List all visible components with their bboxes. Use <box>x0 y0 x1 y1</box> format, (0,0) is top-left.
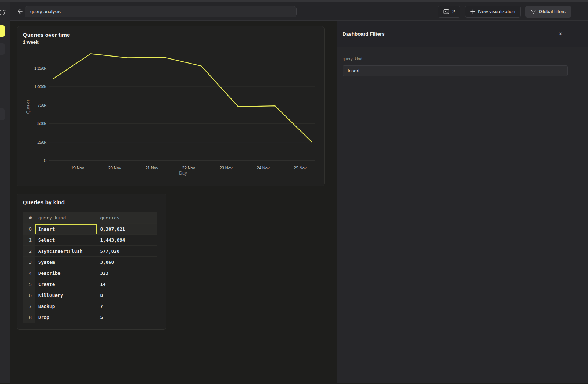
queries-series-line <box>54 54 312 142</box>
row-index-cell: 5 <box>23 279 35 290</box>
y-tick-label: 250k <box>37 140 46 144</box>
x-tick-label: 20 Nov <box>108 166 121 170</box>
query-kind-cell[interactable]: Backup <box>35 301 97 312</box>
queries-over-time-line-chart[interactable]: 1 250k1 000k750k500k250k019 Nov20 Nov21 … <box>17 26 324 186</box>
table-row: 8Drop5 <box>23 312 157 323</box>
row-index-cell: 0 <box>23 223 35 234</box>
sidebar-item-3[interactable] <box>0 108 5 120</box>
new-visualization-button[interactable]: New visualization <box>465 6 520 18</box>
dashboard-name-input[interactable] <box>25 6 297 17</box>
canvas-right-edge <box>331 21 331 383</box>
x-tick-label: 21 Nov <box>146 166 158 170</box>
queries-value-cell[interactable]: 7 <box>97 301 157 312</box>
arrow-left-icon <box>17 8 23 14</box>
row-index-cell: 7 <box>23 301 35 312</box>
queries-value-cell[interactable]: 1,443,894 <box>97 234 157 245</box>
y-tick-label: 1 250k <box>34 66 47 71</box>
queries-value-cell[interactable]: 323 <box>97 268 157 279</box>
x-tick-label: 19 Nov <box>71 166 84 170</box>
table-row: 5Create14 <box>23 279 157 290</box>
table-header-row: # query_kind queries <box>23 212 157 223</box>
queries-over-time-card: Queries over time 1 week 1 250k1 000k750… <box>17 26 325 186</box>
x-tick-label: 25 Nov <box>294 166 307 170</box>
queries-value-cell[interactable]: 3,060 <box>97 256 157 268</box>
query-kind-cell[interactable]: Drop <box>35 312 97 323</box>
global-filters-button[interactable]: Global filters <box>525 6 571 18</box>
queries-value-cell[interactable]: 8,307,021 <box>97 223 157 234</box>
console-count-button[interactable]: 2 <box>438 6 460 18</box>
queries-value-cell[interactable]: 8 <box>97 290 157 301</box>
row-index-cell: 6 <box>23 290 35 301</box>
funnel-icon <box>531 9 536 14</box>
y-tick-label: 500k <box>37 121 46 126</box>
filters-panel-header: Dashboard Filters ✕ <box>337 21 588 47</box>
table-row: 3System3,060 <box>23 256 157 268</box>
query-kind-cell[interactable]: Insert <box>35 223 97 234</box>
row-index-cell: 8 <box>23 312 35 323</box>
queries-value-cell[interactable]: 5 <box>97 312 157 323</box>
row-index-cell: 3 <box>23 256 35 268</box>
row-index-cell: 4 <box>23 268 35 279</box>
dashboard-filters-panel: Dashboard Filters ✕ query_kind <box>337 21 588 383</box>
filters-panel-body: query_kind <box>337 47 588 76</box>
query-kind-cell[interactable]: Describe <box>35 268 97 279</box>
table-title: Queries by kind <box>23 199 65 205</box>
left-sidebar <box>0 2 10 383</box>
y-tick-label: 750k <box>37 103 46 107</box>
sidebar-item-2[interactable] <box>0 43 5 55</box>
table-row: 4Describe323 <box>23 268 157 279</box>
horizontal-scrollbar[interactable] <box>0 383 588 383</box>
dashboard-canvas: Queries over time 1 week 1 250k1 000k750… <box>10 21 337 383</box>
global-filters-label: Global filters <box>539 9 566 14</box>
queries-by-kind-card: Queries by kind # query_kind queries 0In… <box>17 194 166 330</box>
table-row: 1Select1,443,894 <box>23 234 157 245</box>
query-kind-cell[interactable]: KillQuery <box>35 290 97 301</box>
topbar: 2 New visualization Global filters <box>10 2 588 21</box>
query-kind-cell[interactable]: Create <box>35 279 97 290</box>
queries-value-cell[interactable]: 577,820 <box>97 245 157 256</box>
close-icon[interactable]: ✕ <box>557 31 564 37</box>
query-kind-cell[interactable]: Select <box>35 234 97 245</box>
y-axis-title: Queries <box>26 99 30 114</box>
x-tick-label: 23 Nov <box>220 166 233 170</box>
y-tick-label: 1 000k <box>34 85 47 89</box>
filter-field-label: query_kind <box>343 57 568 61</box>
sidebar-item-active[interactable] <box>0 25 5 37</box>
col-header-query-kind: query_kind <box>35 212 97 223</box>
plus-icon <box>470 9 475 14</box>
col-header-index: # <box>23 212 35 223</box>
back-button[interactable] <box>15 7 25 16</box>
row-index-cell: 1 <box>23 234 35 245</box>
table-row: 0Insert8,307,021 <box>23 223 157 234</box>
filters-panel-title: Dashboard Filters <box>343 31 385 37</box>
refresh-icon[interactable] <box>0 8 6 17</box>
table-row: 2AsyncInsertFlush577,820 <box>23 245 157 256</box>
query-kind-cell[interactable]: System <box>35 256 97 268</box>
console-count-label: 2 <box>452 9 455 14</box>
queries-value-cell[interactable]: 14 <box>97 279 157 290</box>
new-visualization-label: New visualization <box>478 9 515 14</box>
row-index-cell: 2 <box>23 245 35 256</box>
table-row: 6KillQuery8 <box>23 290 157 301</box>
sidebar-divider <box>0 21 10 21</box>
queries-by-kind-table: # query_kind queries 0Insert8,307,0211Se… <box>23 212 157 323</box>
x-axis-title: Day <box>179 171 187 176</box>
topbar-actions: 2 New visualization Global filters <box>438 6 571 18</box>
query-kind-filter-input[interactable] <box>343 65 568 76</box>
table-row: 7Backup7 <box>23 301 157 312</box>
x-tick-label: 22 Nov <box>182 166 195 170</box>
terminal-window-icon <box>443 9 449 14</box>
query-kind-cell[interactable]: AsyncInsertFlush <box>35 245 97 256</box>
col-header-queries: queries <box>97 212 157 223</box>
y-tick-label: 0 <box>44 158 46 163</box>
x-tick-label: 24 Nov <box>257 166 270 170</box>
table-card-header: Queries by kind <box>23 199 65 205</box>
